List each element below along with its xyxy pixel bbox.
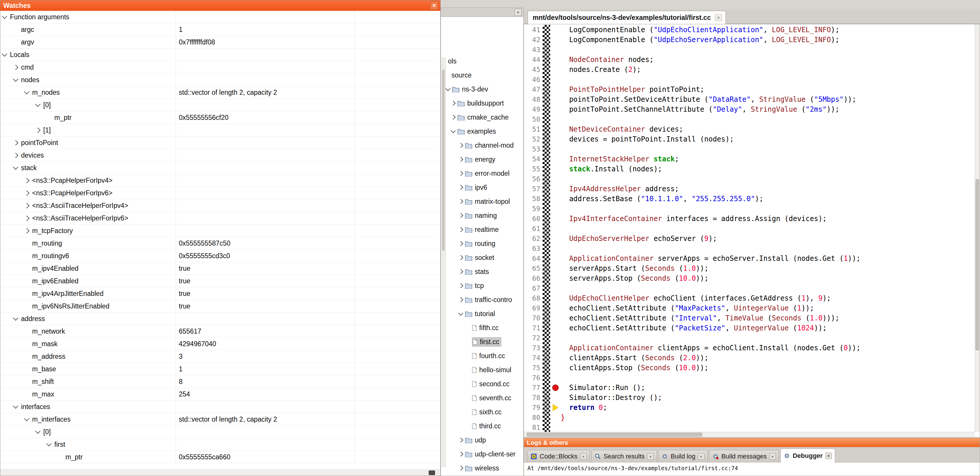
watch-row[interactable]: stack	[0, 162, 440, 174]
tree-item-realtime[interactable]: realtime	[445, 222, 523, 236]
code-line[interactable]: 68 UdpEchoClientHelper echoClient (inter…	[524, 293, 975, 303]
breakpoint-marker-cell[interactable]	[550, 383, 561, 393]
code-line[interactable]: 76	[524, 373, 975, 383]
watch-row[interactable]: argc1	[0, 23, 440, 36]
code-line[interactable]: 58 address.SetBase ("10.1.1.0", "255.255…	[524, 194, 975, 204]
watch-row[interactable]: m_network655617	[0, 325, 440, 338]
watch-row[interactable]: m_address3	[0, 350, 440, 363]
watch-row[interactable]: m_shift8	[0, 375, 440, 388]
code-line[interactable]: 67	[524, 283, 975, 293]
breakpoint-icon[interactable]	[552, 385, 558, 391]
expander-down-icon[interactable]	[13, 403, 18, 409]
logs-tab-close-button[interactable]: ×	[580, 453, 587, 460]
watch-row[interactable]: nodes	[0, 73, 440, 86]
code-line[interactable]: 72	[524, 333, 975, 343]
watch-row[interactable]: m_base1	[0, 363, 440, 375]
expander-right-icon[interactable]	[458, 283, 463, 288]
tree-item-error-model[interactable]: error-model	[445, 166, 523, 180]
tree-item-cmake-cache[interactable]: cmake_cache	[445, 110, 523, 124]
watches-titlebar[interactable]: Watches ×	[0, 0, 440, 11]
code-line[interactable]: 57 Ipv4AddressHelper address;	[524, 184, 975, 194]
expander-right-icon[interactable]	[458, 452, 463, 457]
watch-row[interactable]: m_interfacesstd::vector of length 2, cap…	[0, 413, 440, 426]
expander-right-icon[interactable]	[458, 438, 463, 442]
expander-right-icon[interactable]	[458, 185, 463, 190]
editor-vertical-scrollbar[interactable]	[975, 24, 980, 432]
tree-item-hello-simul[interactable]: hello-simul	[445, 363, 523, 377]
code-line[interactable]: 45 nodes.Create (2);	[524, 65, 975, 75]
code-line[interactable]: 49 pointToPoint.SetChannelAttribute ("De…	[524, 104, 975, 114]
watch-row[interactable]: m_mask4294967040	[0, 338, 440, 350]
file-tree-close-button[interactable]: ×	[515, 9, 522, 16]
tree-item-source[interactable]: source	[445, 68, 523, 82]
watch-row[interactable]: cmd	[0, 61, 440, 73]
code-line[interactable]: 41 LogComponentEnable ("UdpEchoClientApp…	[524, 25, 975, 35]
expander-right-icon[interactable]	[458, 199, 463, 204]
editor-horizontal-scrollbar[interactable]	[524, 432, 975, 438]
expander-right-icon[interactable]	[24, 203, 29, 208]
expander-right-icon[interactable]	[458, 157, 463, 162]
code-line[interactable]: 66 serverApps.Stop (Seconds (10.0));	[524, 273, 975, 283]
file-tree-scrollbar[interactable]	[442, 58, 446, 467]
expander-down-icon[interactable]	[445, 86, 450, 91]
logs-tab-code-blocks[interactable]: Code::Blocks×	[527, 450, 590, 463]
watch-row[interactable]: Locals	[0, 48, 440, 61]
editor-tab-close-button[interactable]: ×	[715, 14, 722, 21]
watch-row[interactable]: m_tcpFactory	[0, 225, 440, 237]
expander-right-icon[interactable]	[458, 297, 463, 302]
code-line[interactable]: 70 echoClient.SetAttribute ("Interval", …	[524, 313, 975, 323]
watches-horizontal-scrollbar[interactable]	[0, 470, 440, 476]
code-line[interactable]: 43	[524, 45, 975, 55]
code-line[interactable]: 71 echoClient.SetAttribute ("PacketSize"…	[524, 323, 975, 333]
expander-down-icon[interactable]	[13, 315, 18, 321]
expander-down-icon[interactable]	[35, 428, 40, 434]
logs-tab-build-messages[interactable]: Build messages×	[709, 450, 779, 463]
tree-item-seventh-cc[interactable]: seventh.cc	[445, 391, 523, 405]
code-line[interactable]: 46	[524, 75, 975, 85]
expander-down-icon[interactable]	[13, 165, 18, 169]
tree-item-ns-3-dev[interactable]: ns-3-dev	[445, 82, 523, 96]
expander-right-icon[interactable]	[24, 216, 29, 221]
watch-row[interactable]: <ns3::AsciiTraceHelperForIpv6>	[0, 212, 440, 225]
logs-tab-close-button[interactable]: ×	[698, 453, 705, 460]
tree-item-buildsupport[interactable]: buildsupport	[445, 96, 523, 110]
code-line[interactable]: 50	[524, 114, 975, 124]
code-line[interactable]: 55 stack.Install (nodes);	[524, 164, 975, 174]
tree-item-examples[interactable]: examples	[445, 124, 523, 138]
tree-item-ipv6[interactable]: ipv6	[445, 180, 523, 195]
tree-item-tcp[interactable]: tcp	[445, 279, 523, 293]
expander-right-icon[interactable]	[24, 228, 29, 233]
tree-item-channel-mod[interactable]: channel-mod	[445, 138, 523, 152]
watch-row[interactable]: m_ipv6NsRsJitterEnabledtrue	[0, 300, 440, 313]
code-line[interactable]: 42 LogComponentEnable ("UdpEchoServerApp…	[524, 35, 975, 45]
execution-marker-cell[interactable]	[550, 403, 561, 412]
expander-down-icon[interactable]	[35, 101, 40, 107]
logs-tab-close-button[interactable]: ×	[769, 453, 776, 460]
watch-row[interactable]: interfaces	[0, 401, 440, 413]
watch-row[interactable]: <ns3::AsciiTraceHelperForIpv4>	[0, 200, 440, 212]
code-line[interactable]: 47 PointToPointHelper pointToPoint;	[524, 85, 975, 94]
tree-item-wireless[interactable]: wireless	[445, 461, 523, 475]
expander-down-icon[interactable]	[46, 441, 51, 446]
expander-right-icon[interactable]	[451, 115, 456, 120]
watch-row[interactable]: m_routing0x555555587c50	[0, 237, 440, 250]
code-line[interactable]: 80}	[524, 412, 975, 422]
editor-tab-first-cc[interactable]: mnt/dev/tools/source/ns-3-dev/examples/t…	[528, 11, 726, 24]
logs-tab-build-log[interactable]: Build log×	[658, 450, 707, 463]
logs-tab-close-button[interactable]: ×	[647, 453, 654, 460]
watches-scroll-grip[interactable]	[429, 470, 435, 475]
watch-row[interactable]: argv0x7fffffffdf08	[0, 36, 440, 48]
expander-right-icon[interactable]	[458, 171, 463, 176]
expander-right-icon[interactable]	[458, 269, 463, 274]
watch-row[interactable]: first	[0, 438, 440, 451]
code-line[interactable]: 56	[524, 174, 975, 184]
tree-item-second-cc[interactable]: second.cc	[445, 377, 523, 391]
tree-item-third-cc[interactable]: third.cc	[445, 419, 523, 433]
expander-right-icon[interactable]	[458, 255, 463, 260]
code-line[interactable]: 65 serverApps.Start (Seconds (1.0));	[524, 264, 975, 273]
tree-item-udp-client-ser[interactable]: udp-client-ser	[445, 447, 523, 461]
expander-right-icon[interactable]	[24, 190, 29, 196]
expander-down-icon[interactable]	[24, 416, 29, 421]
expander-right-icon[interactable]	[458, 227, 463, 232]
code-line[interactable]: 59	[524, 204, 975, 214]
